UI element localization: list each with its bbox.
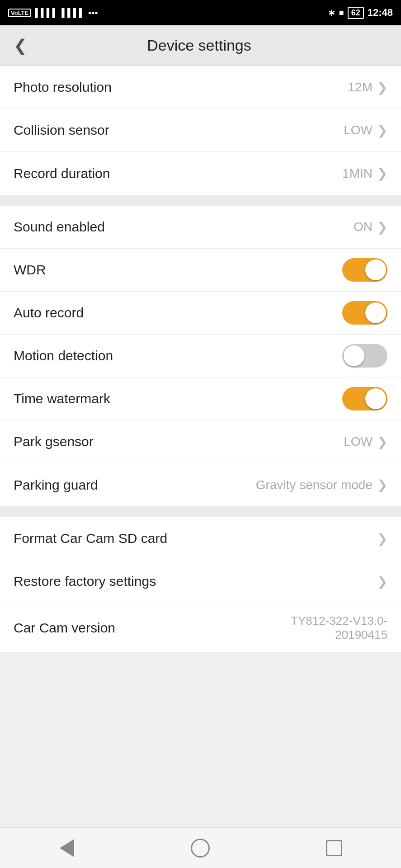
back-nav-icon <box>60 839 74 857</box>
chevron-icon-parking-guard: ❯ <box>377 477 387 492</box>
setting-label-restore-factory: Restore factory settings <box>14 574 156 589</box>
setting-value-sound-enabled: ON <box>354 220 373 234</box>
section-divider-2 <box>0 506 401 517</box>
setting-value-record-duration: 1MIN <box>342 166 373 181</box>
setting-label-car-cam-version: Car Cam version <box>14 620 115 636</box>
home-nav-button[interactable] <box>187 835 214 862</box>
setting-label-park-gsensor: Park gsensor <box>14 434 94 449</box>
setting-row-parking-guard[interactable]: Parking guard Gravity sensor mode ❯ <box>0 463 401 506</box>
toggle-time-watermark[interactable] <box>342 387 387 410</box>
setting-value-area-photo-resolution: 12M ❯ <box>348 80 387 95</box>
setting-label-auto-record: Auto record <box>14 305 84 321</box>
setting-row-restore-factory[interactable]: Restore factory settings ❯ <box>0 560 401 603</box>
chevron-icon-format-sd: ❯ <box>377 531 387 546</box>
home-nav-icon <box>191 839 210 858</box>
setting-value-area-format-sd: ❯ <box>377 531 387 546</box>
setting-row-car-cam-version: Car Cam version TY812-322-V13.0-20190415 <box>0 603 401 653</box>
setting-value-area-record-duration: 1MIN ❯ <box>342 166 387 181</box>
setting-row-auto-record[interactable]: Auto record <box>0 292 401 335</box>
setting-row-time-watermark[interactable]: Time watermark <box>0 377 401 420</box>
header: ❮ Device settings <box>0 25 401 66</box>
setting-label-motion-detection: Motion detection <box>14 348 113 363</box>
setting-label-sound-enabled: Sound enabled <box>14 219 105 235</box>
chevron-icon-record-duration: ❯ <box>377 166 387 181</box>
setting-value-park-gsensor: LOW <box>344 434 373 449</box>
setting-label-wdr: WDR <box>14 262 46 278</box>
status-left: VoLTE ▌▌▌▌ ▌▌▌▌ ▪▪▪ <box>8 8 98 18</box>
recents-nav-icon <box>326 840 342 856</box>
setting-value-area-restore-factory: ❯ <box>377 574 387 589</box>
setting-value-photo-resolution: 12M <box>348 80 373 94</box>
recents-nav-button[interactable] <box>321 835 348 862</box>
setting-value-area-car-cam-version: TY812-322-V13.0-20190415 <box>291 614 387 642</box>
setting-value-car-cam-version: TY812-322-V13.0-20190415 <box>291 614 387 642</box>
chevron-icon-restore-factory: ❯ <box>377 574 387 589</box>
setting-value-area-parking-guard: Gravity sensor mode ❯ <box>256 477 387 492</box>
setting-row-park-gsensor[interactable]: Park gsensor LOW ❯ <box>0 420 401 463</box>
setting-value-area-collision-sensor: LOW ❯ <box>344 123 387 138</box>
setting-row-photo-resolution[interactable]: Photo resolution 12M ❯ <box>0 66 401 109</box>
settings-section-3: Format Car Cam SD card ❯ Restore factory… <box>0 517 401 653</box>
setting-label-collision-sensor: Collision sensor <box>14 123 109 138</box>
battery-icon: 62 <box>348 7 364 19</box>
wifi-icon: ▪▪▪ <box>88 8 98 18</box>
setting-label-time-watermark: Time watermark <box>14 391 110 406</box>
setting-label-photo-resolution: Photo resolution <box>14 80 112 95</box>
time-display: 12:48 <box>368 7 393 19</box>
back-button[interactable]: ❮ <box>14 38 27 54</box>
page-title: Device settings <box>36 37 362 54</box>
signal-strength-2: ▌▌▌▌ <box>61 8 85 18</box>
setting-label-record-duration: Record duration <box>14 166 110 181</box>
chevron-icon-park-gsensor: ❯ <box>377 434 387 449</box>
toggle-motion-detection[interactable] <box>342 344 387 368</box>
vibrate-icon: ■ <box>339 8 344 18</box>
volte-badge: VoLTE <box>8 9 31 17</box>
setting-row-wdr[interactable]: WDR <box>0 249 401 292</box>
nav-bar <box>0 827 401 868</box>
setting-value-area-sound-enabled: ON ❯ <box>354 220 387 235</box>
chevron-icon-photo-resolution: ❯ <box>377 80 387 95</box>
bluetooth-icon: ∗ <box>328 7 335 18</box>
toggle-knob-time-watermark <box>365 388 386 409</box>
section-divider-1 <box>0 195 401 206</box>
toggle-wdr[interactable] <box>342 258 387 282</box>
settings-section-2: Sound enabled ON ❯ WDR Auto record Motio… <box>0 206 401 506</box>
toggle-auto-record[interactable] <box>342 301 387 325</box>
chevron-icon-sound-enabled: ❯ <box>377 220 387 235</box>
status-bar: VoLTE ▌▌▌▌ ▌▌▌▌ ▪▪▪ ∗ ■ 62 12:48 <box>0 0 401 25</box>
status-right: ∗ ■ 62 12:48 <box>328 7 393 19</box>
setting-label-format-sd: Format Car Cam SD card <box>14 531 167 546</box>
chevron-icon-collision-sensor: ❯ <box>377 123 387 138</box>
toggle-knob-auto-record <box>365 302 386 323</box>
settings-section-1: Photo resolution 12M ❯ Collision sensor … <box>0 66 401 195</box>
setting-row-format-sd[interactable]: Format Car Cam SD card ❯ <box>0 517 401 560</box>
signal-strength-1: ▌▌▌▌ <box>35 8 58 18</box>
setting-row-motion-detection[interactable]: Motion detection <box>0 335 401 377</box>
setting-value-collision-sensor: LOW <box>344 123 373 137</box>
setting-row-record-duration[interactable]: Record duration 1MIN ❯ <box>0 152 401 195</box>
setting-label-parking-guard: Parking guard <box>14 477 98 493</box>
setting-row-sound-enabled[interactable]: Sound enabled ON ❯ <box>0 206 401 249</box>
setting-value-area-park-gsensor: LOW ❯ <box>344 434 387 449</box>
toggle-knob-motion-detection <box>344 345 364 366</box>
toggle-knob-wdr <box>365 259 386 280</box>
back-nav-button[interactable] <box>53 835 80 862</box>
setting-value-parking-guard: Gravity sensor mode <box>256 478 373 492</box>
setting-row-collision-sensor[interactable]: Collision sensor LOW ❯ <box>0 109 401 152</box>
